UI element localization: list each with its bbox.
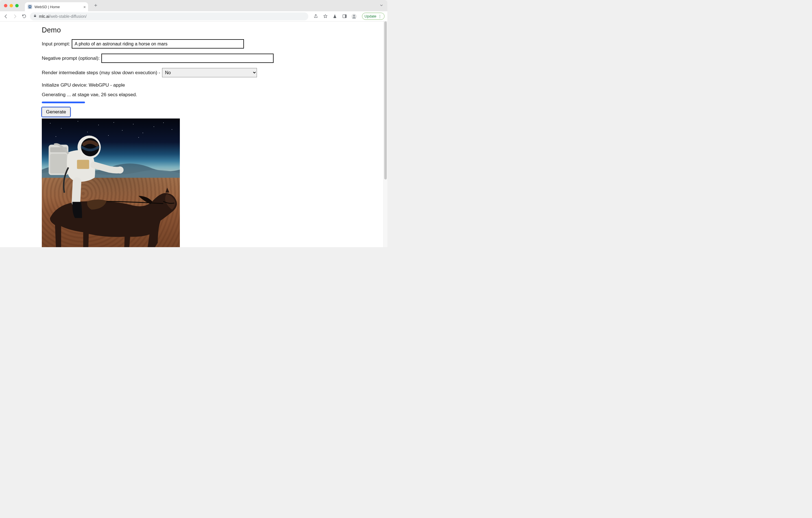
- svg-rect-1: [34, 16, 36, 17]
- forward-button[interactable]: [12, 13, 18, 20]
- window-close-button[interactable]: [4, 4, 7, 7]
- input-prompt-row: Input prompt:: [42, 39, 282, 49]
- page-heading: Demo: [42, 26, 282, 34]
- update-label: Update: [365, 14, 376, 18]
- svg-rect-3: [345, 15, 346, 18]
- toolbar-actions: [313, 13, 357, 19]
- browser-toolbar: mlc.ai/web-stable-diffusion/ Update ⋮: [0, 11, 387, 22]
- page-viewport: Demo Input prompt: Negative prompt (opti…: [0, 22, 387, 247]
- update-button[interactable]: Update ⋮: [362, 13, 384, 20]
- window-fullscreen-button[interactable]: [15, 4, 19, 7]
- input-prompt-field[interactable]: [72, 39, 244, 49]
- window-controls: [4, 4, 19, 7]
- svg-rect-8: [50, 154, 67, 174]
- render-intermediate-row: Render intermediate steps (may slow down…: [42, 68, 282, 77]
- tabs-dropdown-button[interactable]: [379, 3, 383, 8]
- generated-image: [42, 119, 180, 247]
- address-bar[interactable]: mlc.ai/web-stable-diffusion/: [30, 12, 308, 20]
- negative-prompt-label: Negative prompt (optional):: [42, 56, 100, 61]
- scrollbar-thumb[interactable]: [384, 22, 387, 179]
- input-prompt-label: Input prompt:: [42, 41, 70, 47]
- image-astronaut: [42, 129, 127, 221]
- profile-avatar-icon[interactable]: [351, 13, 357, 19]
- progress-bar: [42, 101, 85, 103]
- tab-favicon-icon: [28, 4, 32, 9]
- tab-title: WebSD | Home: [34, 5, 60, 9]
- side-panel-icon[interactable]: [342, 13, 347, 19]
- url-path: /web-stable-diffusion/: [50, 14, 87, 19]
- share-icon[interactable]: [313, 13, 318, 19]
- render-intermediate-label: Render intermediate steps (may slow down…: [42, 70, 161, 75]
- extension-flask-icon[interactable]: [332, 13, 338, 19]
- gpu-status-text: Initialize GPU device: WebGPU - apple: [42, 82, 282, 88]
- vertical-scrollbar[interactable]: [383, 22, 387, 247]
- browser-titlebar: WebSD | Home × ＋: [0, 0, 387, 11]
- svg-point-12: [117, 166, 124, 174]
- bookmark-star-icon[interactable]: [322, 13, 328, 19]
- page-content: Demo Input prompt: Negative prompt (opti…: [0, 22, 282, 247]
- new-tab-button[interactable]: ＋: [92, 1, 99, 9]
- reload-button[interactable]: [21, 13, 27, 20]
- generate-button[interactable]: Generate: [42, 107, 70, 117]
- back-button[interactable]: [3, 13, 9, 20]
- svg-point-5: [353, 15, 355, 17]
- tab-close-button[interactable]: ×: [83, 4, 86, 9]
- negative-prompt-row: Negative prompt (optional):: [42, 54, 282, 63]
- render-intermediate-select[interactable]: No: [162, 68, 257, 77]
- negative-prompt-field[interactable]: [102, 54, 273, 63]
- browser-tab[interactable]: WebSD | Home ×: [25, 2, 88, 11]
- secure-lock-icon: [33, 14, 37, 18]
- url-host: mlc.ai: [39, 14, 50, 19]
- window-minimize-button[interactable]: [9, 4, 13, 7]
- svg-rect-11: [77, 160, 89, 169]
- kebab-menu-icon: ⋮: [378, 16, 382, 17]
- generation-status-text: Generating ... at stage vae, 26 secs ela…: [42, 92, 282, 98]
